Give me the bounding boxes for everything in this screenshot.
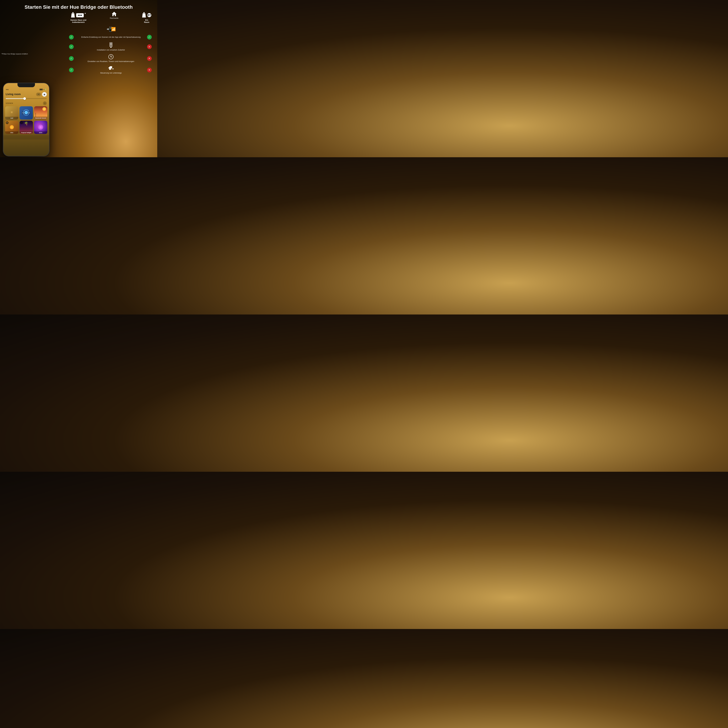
- bluetooth-icon: BT: [147, 12, 151, 18]
- bridge-check-accessories: ✓: [69, 44, 74, 49]
- bluetooth-cross-accessories: ✕: [147, 44, 152, 49]
- bridge-label: Ganzes Haus und Außenbereich: [70, 19, 86, 23]
- bridge-label-line1: Ganzes Haus und: [70, 19, 86, 21]
- feature-center-routines: Einstellen von Routinen, Timern und Auto…: [76, 54, 146, 63]
- bridge-icons-row: *: [71, 12, 86, 18]
- power-icon: ◉: [44, 93, 45, 95]
- feature-text-routines: Einstellen von Routinen, Timern und Auto…: [88, 60, 134, 63]
- phone-notch: [17, 83, 35, 87]
- svg-rect-7: [143, 12, 145, 13]
- bridge-asterisk: *: [84, 12, 86, 15]
- more-options-button[interactable]: •••: [36, 93, 41, 96]
- bridge-check-remote: ✓: [69, 68, 74, 72]
- feature-row-accessories: ✓ Installation von smartem Zubehör: [69, 42, 153, 51]
- right-panel: * Ganzes Haus und Außenbereich Reichweit…: [66, 12, 157, 153]
- bluetooth-hardware-group: BT Ein Raum: [142, 12, 151, 23]
- scenes-header: SZENEN +: [3, 101, 49, 106]
- check-icon-scenes-bt: ✓: [148, 36, 150, 38]
- bridge-label-line2: Außenbereich: [70, 21, 86, 23]
- battery-icon: 🔋: [45, 89, 46, 90]
- scene-name-soho: Soho: [34, 132, 47, 134]
- svg-marker-24: [113, 68, 114, 69]
- svg-rect-0: [72, 12, 74, 13]
- feature-text-remote: Steuerung von unterwegs: [100, 72, 122, 74]
- bluetooth-cross-remote: ✕: [147, 68, 152, 72]
- hardware-icons-container: * Ganzes Haus und Außenbereich Reichweit…: [69, 12, 153, 23]
- left-panel: *Philips Hue Bridge separat erhältlich 9…: [0, 12, 66, 153]
- scenes-grid: read Concentrate: [3, 106, 49, 135]
- remote-icon: [108, 66, 114, 71]
- svg-rect-17: [110, 47, 112, 47]
- feature-row-routines: ✓ Einstellen von Routinen, Timern und Au…: [69, 54, 153, 63]
- slider-thumb[interactable]: [23, 97, 26, 100]
- reach-label: Reichweite: [110, 17, 118, 19]
- bluetooth-label-line2: Raum: [144, 21, 149, 23]
- spot-lamp-icon: [71, 12, 75, 18]
- feature-center-accessories: Installation von smartem Zubehör: [76, 42, 146, 51]
- page-wrapper: Starten Sie mit der Hue Bridge oder Blue…: [0, 0, 157, 157]
- power-button[interactable]: ◉: [42, 92, 47, 97]
- edit-overlay[interactable]: ✏: [6, 121, 9, 124]
- home-icon: [112, 12, 116, 17]
- bridge-hardware-group: * Ganzes Haus und Außenbereich: [70, 12, 86, 23]
- brightness-slider-container: [3, 97, 49, 101]
- slider-track[interactable]: [6, 98, 47, 99]
- svg-marker-1: [71, 13, 75, 17]
- bridge-box-icon: [76, 12, 84, 18]
- feature-row-remote: ✓ Steuerung von unterwegs ✕: [69, 66, 153, 74]
- status-icons: ▋▋▋ ∿ 🔋: [40, 89, 46, 90]
- scene-name-tropical: Tropical Twilight: [20, 132, 33, 134]
- svg-rect-14: [110, 43, 112, 44]
- bridge-check-scenes: ✓: [69, 35, 74, 40]
- signal-icon: ▋▋▋: [40, 89, 43, 90]
- slider-fill: [6, 98, 24, 99]
- features-list: 📲 📶 ✓ Einfache Erstellung von Szenen mit…: [69, 26, 153, 74]
- page-title: Starten Sie mit der Hue Bridge oder Blue…: [0, 0, 157, 12]
- scene-name-read: read: [5, 117, 18, 119]
- reach-group: Reichweite: [110, 12, 118, 19]
- feature-center-scenes: Einfache Erstellung von Szenen mit der A…: [76, 36, 146, 38]
- bluetooth-cross-routines: ✕: [147, 56, 152, 61]
- wifi-icon: ∿: [43, 89, 44, 90]
- scene-card-concentrate[interactable]: Concentrate: [20, 106, 33, 119]
- svg-marker-22: [108, 66, 112, 70]
- scene-card-soho[interactable]: Soho: [34, 121, 47, 134]
- feature-text-scenes: Einfache Erstellung von Szenen mit der A…: [81, 36, 141, 38]
- add-scene-button[interactable]: +: [43, 101, 47, 105]
- feature-center-remote: Steuerung von unterwegs: [76, 66, 146, 74]
- scene-card-tropical[interactable]: ··· 🌴 Tropical Twilight: [20, 121, 33, 134]
- bluetooth-label: Ein Raum: [144, 19, 149, 23]
- footnote: *Philips Hue Bridge separat erhältlich: [2, 53, 28, 55]
- svg-point-5: [81, 15, 82, 16]
- scene-card-read[interactable]: read: [5, 106, 18, 119]
- check-icon-scenes-bridge: ✓: [70, 36, 72, 38]
- scene-card-savannah[interactable]: Savannah Sunset: [34, 106, 47, 119]
- svg-rect-16: [110, 45, 112, 46]
- phone-mockup: 9:41 ▋▋▋ ∿ 🔋 Living room •••: [3, 83, 49, 156]
- nfc-icons-row: 📲 📶: [69, 26, 153, 32]
- svg-marker-6: [112, 12, 116, 16]
- time: 9:41: [6, 89, 9, 90]
- nfc-tap-icon: 📲 📶: [106, 26, 116, 32]
- scene-name-savannah: Savannah Sunset: [34, 117, 47, 119]
- bridge-check-routines: ✓: [69, 56, 74, 61]
- bluetooth-check-scenes: ✓: [147, 35, 152, 40]
- svg-text:📶: 📶: [111, 27, 116, 31]
- scene-card-relax[interactable]: ✏ relax: [5, 121, 18, 134]
- clock-icon: [108, 54, 113, 60]
- svg-text:BT: BT: [147, 14, 151, 17]
- svg-marker-8: [142, 13, 146, 17]
- feature-text-accessories: Installation von smartem Zubehör: [97, 49, 125, 51]
- feature-row-scenes: ✓ Einfache Erstellung von Szenen mit der…: [69, 35, 153, 40]
- dots-overlay[interactable]: ···: [20, 121, 23, 124]
- status-bar: 9:41 ▋▋▋ ∿ 🔋: [3, 88, 49, 91]
- svg-point-4: [80, 15, 81, 16]
- spot-lamp-bt-icon: [142, 12, 146, 18]
- scene-name-relax: relax: [5, 132, 18, 134]
- bluetooth-icons-row: BT: [142, 12, 151, 18]
- accessory-icon: [109, 42, 113, 48]
- room-header: Living room ••• ◉: [3, 91, 49, 97]
- room-name: Living room: [6, 93, 21, 96]
- room-controls: ••• ◉: [36, 92, 47, 97]
- svg-point-3: [78, 15, 79, 16]
